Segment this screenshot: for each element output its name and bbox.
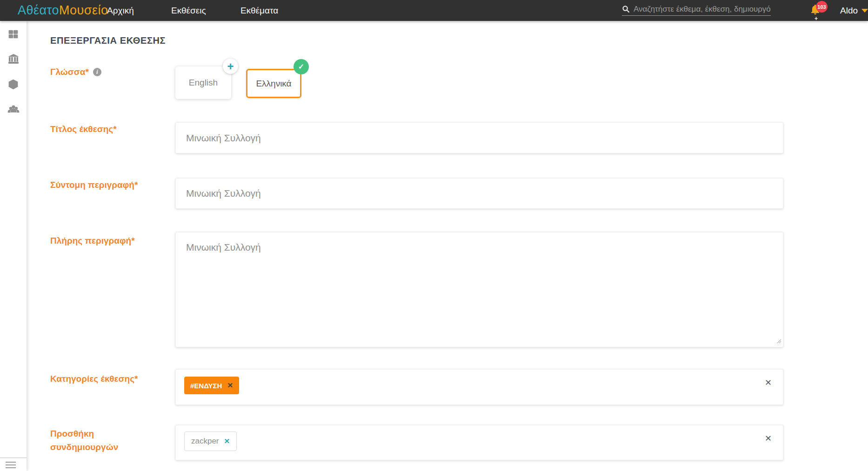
user-menu[interactable]: Aldo — [840, 0, 868, 21]
exhibit-cube-icon — [7, 79, 19, 90]
user-group-icon — [7, 103, 20, 115]
dashboard-grid-icon — [7, 28, 19, 40]
global-search[interactable] — [622, 3, 771, 16]
page-title: ΕΠΕΞΕΡΓΑΣΙΑ ΕΚΘΕΣΗΣ — [50, 35, 166, 46]
sidebar-item-dashboard[interactable] — [7, 27, 20, 40]
notifications-plus: + — [815, 15, 818, 22]
plus-icon: + — [227, 61, 234, 72]
notifications-button[interactable]: 103 + — [808, 2, 835, 20]
co-creators-label: Προσθήκη συνδημιουργών — [50, 427, 162, 454]
title-input[interactable] — [175, 122, 783, 153]
language-card-english[interactable]: English — [175, 66, 231, 99]
info-icon[interactable]: i — [93, 68, 101, 76]
full-description-textarea[interactable]: Μινωική Συλλογή — [175, 232, 783, 347]
sidebar-footer — [0, 458, 27, 471]
sidebar-item-museums[interactable] — [7, 53, 20, 66]
language-label-text: Γλώσσα* — [50, 65, 89, 79]
language-label: Γλώσσα* i — [50, 65, 162, 79]
short-description-input[interactable] — [175, 178, 783, 209]
user-name: Aldo — [840, 6, 858, 16]
sidebar-item-exhibits[interactable] — [7, 78, 20, 91]
clear-co-creators-icon[interactable]: ✕ — [765, 433, 772, 444]
search-input[interactable] — [634, 5, 771, 14]
co-creators-input[interactable]: zackper ✕ ✕ — [175, 425, 783, 460]
co-creator-tag: zackper ✕ — [184, 431, 237, 451]
co-creator-tag-label: zackper — [191, 437, 219, 446]
remove-co-creator-icon[interactable]: ✕ — [224, 437, 230, 445]
notifications-count-badge: 103 — [816, 1, 828, 13]
app-logo-part-2: Μουσείο — [59, 3, 108, 18]
menu-toggle-button[interactable] — [6, 462, 16, 470]
sidebar-item-users[interactable] — [7, 103, 20, 116]
top-nav-bar: ΑθέατοΜουσείο Αρχική Εκθέσεις Εκθέματα 1… — [0, 0, 868, 21]
hamburger-icon — [6, 462, 16, 468]
selected-check-badge: ✓ — [294, 59, 309, 74]
nav-item-exhibits[interactable]: Εκθέματα — [240, 0, 278, 21]
language-card-greek[interactable]: Ελληνικά — [246, 69, 301, 98]
add-language-button[interactable]: + — [223, 59, 238, 74]
category-tag: #ΕΝΔΥΣΗ ✕ — [184, 377, 239, 394]
check-icon: ✓ — [298, 62, 304, 71]
search-icon — [622, 5, 630, 13]
nav-item-exhibitions[interactable]: Εκθέσεις — [171, 0, 206, 21]
museum-building-icon — [7, 53, 20, 65]
title-label: Τίτλος έκθεσης* — [50, 122, 162, 136]
sidebar — [0, 21, 27, 471]
app-logo-part-1: Αθέατο — [18, 3, 59, 18]
short-description-label: Σύντομη περιγραφή* — [50, 178, 162, 192]
clear-categories-icon[interactable]: ✕ — [765, 378, 772, 388]
chevron-down-icon — [861, 9, 868, 13]
full-description-label: Πλήρης περιγραφή* — [50, 234, 162, 247]
category-tag-label: #ΕΝΔΥΣΗ — [190, 382, 222, 390]
nav-item-home[interactable]: Αρχική — [107, 0, 134, 21]
categories-label: Κατηγορίες έκθεσης* — [50, 372, 162, 385]
remove-tag-icon[interactable]: ✕ — [227, 381, 233, 390]
app-logo[interactable]: ΑθέατοΜουσείο — [18, 0, 108, 21]
categories-input[interactable]: #ΕΝΔΥΣΗ ✕ ✕ — [175, 369, 783, 405]
full-description-field: Μινωική Συλλογή — [175, 232, 783, 347]
